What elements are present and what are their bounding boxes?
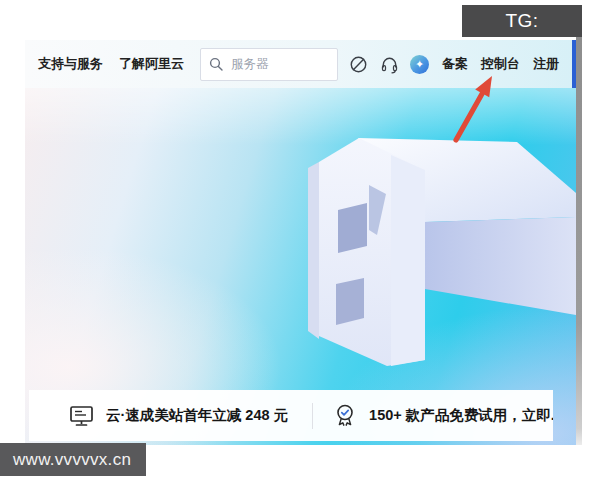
nav-link-register[interactable]: 注册: [533, 55, 559, 73]
nav-link-about[interactable]: 了解阿里云: [119, 55, 184, 73]
headset-icon[interactable]: [379, 54, 400, 75]
promo-bar: 云·速成美站首年立减 248 元 150+ 款产品免费试用，立即...: [29, 390, 553, 441]
search-input[interactable]: [229, 56, 329, 72]
promo-item-website[interactable]: 云·速成美站首年立减 248 元: [69, 404, 288, 428]
tg-badge: TG: MYYJJPP: [462, 5, 582, 37]
search-icon: [209, 57, 223, 71]
promo-item-trial[interactable]: 150+ 款产品免费试用，立即...: [333, 403, 553, 428]
scrollbar-strip[interactable]: [576, 37, 582, 445]
red-arrow-annotation: [443, 66, 505, 146]
search-box[interactable]: [200, 48, 338, 81]
promo-text: 150+ 款产品免费试用，立即...: [369, 406, 553, 425]
promo-text: 云·速成美站首年立减 248 元: [106, 406, 288, 425]
promo-divider: [312, 403, 313, 429]
app-center-icon[interactable]: ✦: [410, 55, 429, 74]
medal-icon: [333, 403, 357, 428]
watermark-badge: www.vvvvvx.cn: [0, 443, 146, 476]
globe-icon[interactable]: [348, 54, 369, 75]
monitor-icon: [69, 404, 94, 428]
nav-link-support[interactable]: 支持与服务: [38, 55, 103, 73]
